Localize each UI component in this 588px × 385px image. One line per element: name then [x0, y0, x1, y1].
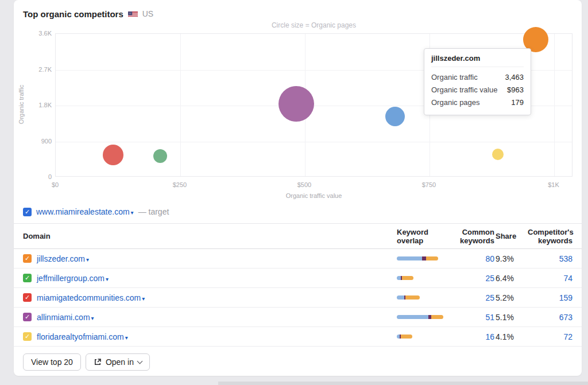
chart-bubble[interactable] [385, 107, 405, 126]
table-row: ✓jillszeder.com▾809.3%538 [14, 249, 582, 269]
table-row: ✓floridarealtyofmiami.com▾164.1%72 [14, 327, 582, 347]
keyword-overlap-bar [397, 295, 420, 300]
card-header: Top organic competitors US [14, 0, 582, 20]
competitors-table: Domain Keyword overlap Common keywords S… [14, 223, 582, 347]
overlap-cell [397, 256, 460, 260]
tooltip-domain: jillszeder.com [431, 54, 524, 67]
overlap-segment [426, 256, 438, 260]
col-competitors-keywords: Competitor's keywords [528, 228, 572, 245]
chevron-down-icon[interactable]: ▾ [106, 276, 109, 282]
competitors-keywords-value[interactable]: 74 [528, 274, 572, 283]
share-value: 9.3% [494, 254, 528, 263]
target-domain-link[interactable]: www.miamirealestate.com [36, 207, 130, 216]
chevron-down-icon[interactable]: ▾ [142, 295, 145, 302]
row-checkbox[interactable]: ✓ [23, 254, 32, 263]
bubble-chart: Circle size = Organic pages Organic traf… [14, 20, 582, 199]
chevron-down-icon [137, 358, 143, 364]
competitors-keywords-value[interactable]: 673 [528, 313, 572, 322]
top-organic-competitors-card: Top organic competitors US Circle size =… [14, 0, 582, 376]
chart-legend: ✓ www.miamirealestate.com▾ — target [14, 199, 582, 222]
col-share: Share [494, 232, 528, 240]
chart-subtitle: Circle size = Organic pages [55, 21, 572, 29]
row-checkbox[interactable]: ✓ [23, 313, 32, 321]
domain-link[interactable]: miamigatedcommunities.com [37, 293, 141, 302]
tooltip-row: Organic traffic value$963 [431, 84, 524, 96]
overlap-segment [402, 276, 413, 280]
common-keywords-value[interactable]: 51 [460, 313, 494, 322]
common-keywords-value[interactable]: 25 [460, 293, 494, 302]
chevron-down-icon[interactable]: ▾ [125, 335, 128, 341]
open-in-button[interactable]: Open in [86, 353, 150, 371]
gridline-vertical [554, 34, 555, 176]
overlap-segment [431, 315, 443, 319]
open-in-label: Open in [106, 357, 134, 367]
tooltip-row: Organic traffic3,463 [431, 71, 524, 84]
x-tick-label: $250 [163, 181, 197, 188]
chart-bubble[interactable] [278, 86, 314, 122]
y-tick-label: 1.8K [17, 102, 52, 108]
chart-bubble[interactable] [492, 149, 504, 160]
overlap-segment [405, 295, 420, 300]
col-domain: Domain [23, 232, 397, 240]
view-top-20-button[interactable]: View top 20 [23, 353, 81, 371]
overlap-cell [397, 295, 460, 300]
table-row: ✓allinmiami.com▾515.1%673 [14, 308, 582, 327]
view-top-20-label: View top 20 [31, 357, 73, 367]
row-checkbox[interactable]: ✓ [23, 332, 32, 341]
domain-cell: ✓floridarealtyofmiami.com▾ [23, 332, 397, 341]
share-value: 5.1% [494, 313, 528, 322]
tooltip-metric-value: $963 [507, 84, 524, 96]
keyword-overlap-bar [397, 335, 412, 339]
gridline-vertical [180, 34, 181, 176]
competitors-keywords-value[interactable]: 538 [528, 254, 572, 263]
common-keywords-value[interactable]: 16 [460, 332, 494, 341]
x-tick-label: $750 [412, 181, 446, 188]
domain-cell: ✓allinmiami.com▾ [23, 313, 397, 322]
chart-bubble[interactable] [153, 149, 167, 163]
chevron-down-icon[interactable]: ▾ [91, 315, 94, 321]
tooltip-metric-label: Organic pages [431, 96, 480, 109]
competitors-keywords-value[interactable]: 72 [528, 332, 572, 341]
tooltip-metric-value: 3,463 [505, 71, 524, 84]
domain-link[interactable]: jillszeder.com [37, 254, 85, 263]
overlap-segment [422, 256, 426, 260]
tooltip-metric-value: 179 [511, 96, 524, 109]
table-row: ✓miamigatedcommunities.com▾255.2%159 [14, 288, 582, 308]
gridline-horizontal [56, 142, 572, 142]
competitors-keywords-value[interactable]: 159 [528, 293, 572, 302]
us-flag-icon [128, 10, 138, 17]
tooltip-row: Organic pages179 [431, 96, 524, 109]
target-suffix: — target [138, 207, 169, 216]
share-value: 4.1% [494, 332, 528, 341]
x-tick-label: $1K [536, 181, 571, 188]
y-tick-label: 0 [17, 173, 52, 180]
overlap-cell [397, 276, 460, 280]
overlap-segment [397, 295, 404, 300]
chevron-down-icon[interactable]: ▾ [131, 209, 134, 216]
chart-bubble[interactable] [103, 145, 123, 165]
target-checkbox[interactable]: ✓ [23, 208, 32, 216]
col-common-keywords: Common keywords [460, 228, 494, 245]
overlap-segment [401, 335, 412, 339]
row-checkbox[interactable]: ✓ [23, 293, 32, 302]
common-keywords-value[interactable]: 25 [460, 274, 494, 283]
keyword-overlap-bar [397, 315, 443, 319]
x-tick-label: $0 [38, 181, 72, 188]
y-tick-label: 3.6K [17, 30, 52, 37]
overlap-cell [397, 335, 460, 339]
x-axis-label: Organic traffic value [55, 192, 572, 199]
overlap-cell [397, 315, 460, 319]
row-checkbox[interactable]: ✓ [23, 274, 32, 282]
table-row: ✓jeffmillergroup.com▾256.4%74 [14, 269, 582, 288]
common-keywords-value[interactable]: 80 [460, 254, 494, 263]
overlap-segment [397, 276, 401, 280]
page-background-edge [218, 382, 588, 385]
keyword-overlap-bar [397, 256, 438, 260]
domain-link[interactable]: floridarealtyofmiami.com [37, 332, 124, 341]
overlap-segment [397, 256, 422, 260]
domain-link[interactable]: allinmiami.com [37, 313, 90, 322]
domain-cell: ✓jeffmillergroup.com▾ [23, 274, 397, 283]
country-label: US [142, 9, 153, 18]
chevron-down-icon[interactable]: ▾ [86, 256, 89, 263]
domain-link[interactable]: jeffmillergroup.com [37, 274, 105, 283]
